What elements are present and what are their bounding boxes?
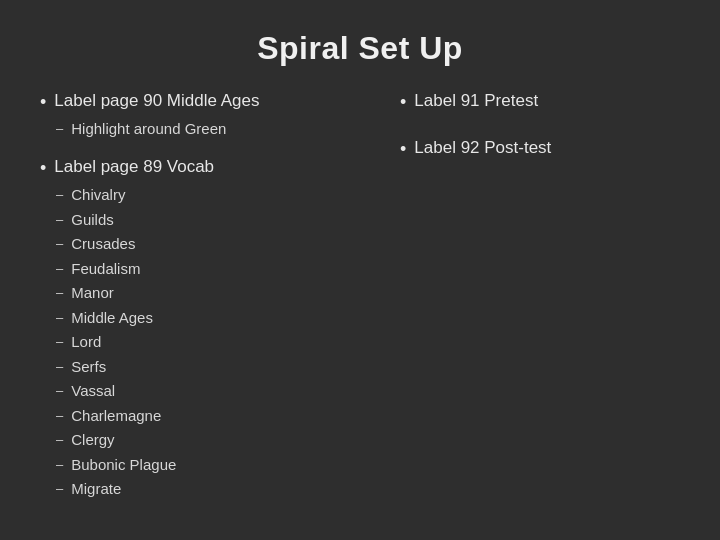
bullet-2-text: Label page 89 Vocab [54, 157, 214, 177]
right-bullet-1-dot: • [400, 91, 406, 114]
left-column: • Label page 90 Middle Ages – Highlight … [40, 91, 380, 510]
bullet-1-sublist: – Highlight around Green [56, 118, 380, 141]
sub-item-highlight: – Highlight around Green [56, 118, 380, 141]
vocab-item-text-7: Serfs [71, 356, 106, 379]
vocab-item-1: –Guilds [56, 209, 380, 232]
vocab-item-text-4: Manor [71, 282, 114, 305]
vocab-item-text-3: Feudalism [71, 258, 140, 281]
vocab-item-3: –Feudalism [56, 258, 380, 281]
vocab-item-12: –Migrate [56, 478, 380, 501]
vocab-item-8: –Vassal [56, 380, 380, 403]
bullet-2-sublist: –Chivalry–Guilds–Crusades–Feudalism–Mano… [56, 184, 380, 501]
dash-icon: – [56, 234, 63, 254]
dash-icon: – [56, 210, 63, 230]
vocab-item-0: –Chivalry [56, 184, 380, 207]
vocab-item-text-12: Migrate [71, 478, 121, 501]
vocab-item-2: –Crusades [56, 233, 380, 256]
vocab-item-text-5: Middle Ages [71, 307, 153, 330]
dash-icon: – [56, 308, 63, 328]
vocab-item-text-10: Clergy [71, 429, 114, 452]
slide-title: Spiral Set Up [40, 30, 680, 67]
sub-item-highlight-text: Highlight around Green [71, 118, 226, 141]
bullet-2-dot: • [40, 157, 46, 180]
bullet-1-text: Label page 90 Middle Ages [54, 91, 259, 111]
right-bullet-2-dot: • [400, 138, 406, 161]
dash-icon: – [56, 406, 63, 426]
right-bullet-2-text: Label 92 Post-test [414, 138, 551, 158]
dash-icon: – [56, 455, 63, 475]
vocab-item-7: –Serfs [56, 356, 380, 379]
right-bullet-1: • Label 91 Pretest [400, 91, 680, 114]
bullet-2-main: • Label page 89 Vocab [40, 157, 380, 180]
bullet-1-block: • Label page 90 Middle Ages – Highlight … [40, 91, 380, 141]
dash-icon: – [56, 119, 63, 139]
dash-icon: – [56, 381, 63, 401]
right-column: • Label 91 Pretest • Label 92 Post-test [400, 91, 680, 510]
vocab-item-10: –Clergy [56, 429, 380, 452]
vocab-item-text-6: Lord [71, 331, 101, 354]
vocab-item-5: –Middle Ages [56, 307, 380, 330]
bullet-1-dot: • [40, 91, 46, 114]
dash-icon: – [56, 283, 63, 303]
vocab-item-text-0: Chivalry [71, 184, 125, 207]
vocab-item-6: –Lord [56, 331, 380, 354]
dash-icon: – [56, 430, 63, 450]
right-bullet-1-text: Label 91 Pretest [414, 91, 538, 111]
vocab-item-text-8: Vassal [71, 380, 115, 403]
vocab-item-text-11: Bubonic Plague [71, 454, 176, 477]
bullet-2-block: • Label page 89 Vocab –Chivalry–Guilds–C… [40, 157, 380, 501]
slide: Spiral Set Up • Label page 90 Middle Age… [0, 0, 720, 540]
dash-icon: – [56, 357, 63, 377]
vocab-item-text-1: Guilds [71, 209, 114, 232]
vocab-item-4: –Manor [56, 282, 380, 305]
dash-icon: – [56, 259, 63, 279]
vocab-item-text-2: Crusades [71, 233, 135, 256]
vocab-item-9: –Charlemagne [56, 405, 380, 428]
vocab-item-text-9: Charlemagne [71, 405, 161, 428]
dash-icon: – [56, 332, 63, 352]
bullet-1-main: • Label page 90 Middle Ages [40, 91, 380, 114]
dash-icon: – [56, 479, 63, 499]
vocab-item-11: –Bubonic Plague [56, 454, 380, 477]
right-bullet-2: • Label 92 Post-test [400, 138, 680, 161]
content-area: • Label page 90 Middle Ages – Highlight … [40, 91, 680, 510]
dash-icon: – [56, 185, 63, 205]
